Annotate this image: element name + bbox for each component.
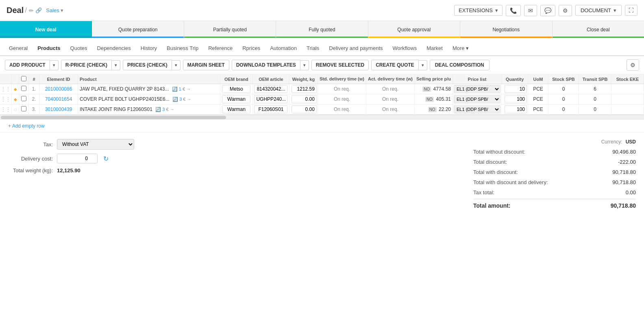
row-check-2[interactable] [19,94,29,104]
row-checkbox-1[interactable] [21,86,26,91]
drag-handle[interactable]: ⋮⋮ [0,84,12,94]
tab-more[interactable]: More ▾ [448,41,474,56]
tab-delivery-payments[interactable]: Delivery and payments [324,41,387,56]
quantity-input-1[interactable] [505,85,527,93]
tab-market[interactable]: Market [422,41,448,56]
oem-brand-input-2[interactable] [222,95,250,103]
row-check-3[interactable] [19,104,29,115]
download-templates-btn-group: DOWNLOAD TEMPLATES ▾ [232,60,309,70]
quantity-input-2[interactable] [505,95,527,103]
row-weight-1[interactable] [289,84,318,94]
mail-btn[interactable]: ✉ [524,5,537,16]
document-btn[interactable]: DOCUMENT ▾ [575,5,622,16]
delivery-cost-input[interactable] [57,154,98,163]
weight-input-1[interactable] [292,85,317,93]
row-oem-article-2[interactable] [252,94,289,104]
row-price-list-2[interactable]: EL1 (DDP SPB/ [453,94,502,104]
row-weight-2[interactable] [289,94,318,104]
create-quote-arrow[interactable]: ▾ [419,60,427,70]
download-templates-button[interactable]: DOWNLOAD TEMPLATES [232,60,300,70]
price-list-select-2[interactable]: EL1 (DDP SPB/ [454,95,500,103]
th-quantity: Quantity [502,74,528,84]
remove-selected-button[interactable]: REMOVE SELECTED [311,60,369,70]
row-weight-3[interactable] [289,104,318,115]
edit-icon[interactable]: ✏ [29,7,34,14]
row-check-1[interactable] [19,84,29,94]
tab-general[interactable]: General [4,41,33,56]
pipeline-step-partially[interactable]: Partially quoted [184,21,276,38]
row-oem-brand-2[interactable] [220,94,252,104]
pipeline-step-approval[interactable]: Quote approval [368,21,460,38]
oem-article-input-2[interactable] [254,95,287,103]
weight-input-3[interactable] [292,105,317,113]
tab-trials[interactable]: Trials [302,41,324,56]
phone-btn[interactable]: 📞 [506,5,521,16]
oem-article-input-3[interactable] [254,105,287,113]
product-icons-2[interactable]: 🔄 3 € → [172,97,191,102]
tab-business-trip[interactable]: Business Trip [162,41,203,56]
row-quantity-1[interactable] [502,84,528,94]
fullscreen-btn[interactable]: ⛶ [625,5,637,16]
th-check[interactable] [19,74,29,84]
row-checkbox-2[interactable] [21,96,26,101]
oem-article-input-1[interactable] [254,85,287,93]
row-quantity-3[interactable] [502,104,528,115]
r-price-button[interactable]: R-PRICE (CHECK) [61,60,112,70]
pipeline-step-close[interactable]: Close deal [553,21,644,38]
quantity-input-3[interactable] [505,105,527,113]
pipeline-step-fully[interactable]: Fully quoted [276,21,368,38]
prices-arrow[interactable]: ▾ [172,60,181,70]
prices-button[interactable]: PRICES (CHECK) [123,60,172,70]
settings-btn[interactable]: ⚙ [559,5,572,16]
extensions-btn[interactable]: EXTENSIONS ▾ [454,5,503,16]
refresh-delivery-btn[interactable]: ↻ [102,155,110,163]
pipeline-step-quote-prep[interactable]: Quote preparation [92,21,184,38]
row-oem-brand-3[interactable] [220,104,252,115]
row-price-list-3[interactable]: EL1 (DDP SPB/ [453,104,502,115]
pipeline-step-new-deal[interactable]: New deal [0,21,92,38]
toolbar: ADD PRODUCT ▾ R-PRICE (CHECK) ▾ PRICES (… [0,56,644,74]
pipeline-step-negotiations[interactable]: Negotiations [460,21,552,38]
toolbar-gear-button[interactable]: ⚙ [627,59,639,71]
row-element-id-3: 3010000439 [39,104,78,115]
chat-btn[interactable]: 💬 [540,5,555,16]
add-product-arrow[interactable]: ▾ [50,60,59,70]
row-oem-article-3[interactable] [252,104,289,115]
deal-composition-button[interactable]: DEAL COMPOSITION [430,60,490,70]
tab-quotes[interactable]: Quotes [65,41,92,56]
weight-input-2[interactable] [292,95,317,103]
tab-rprices[interactable]: Rprices [237,41,265,56]
price-list-select-1[interactable]: EL1 (DDP SPB/ [454,85,500,93]
download-templates-arrow[interactable]: ▾ [300,60,309,70]
row-oem-brand-1[interactable] [220,84,252,94]
select-all-checkbox[interactable] [21,76,26,81]
tab-reference[interactable]: Reference [203,41,237,56]
tab-dependencies[interactable]: Dependencies [92,41,136,56]
create-quote-button[interactable]: CREATE QUOTE [371,60,418,70]
add-product-button[interactable]: ADD PRODUCT [5,60,50,70]
tab-products[interactable]: Products [33,41,65,56]
row-price-list-1[interactable]: EL1 (DDP SPB/ [453,84,502,94]
breadcrumb[interactable]: Sales ▾ [46,7,63,13]
price-list-select-3[interactable]: EL1 (DDP SPB/ [454,105,500,113]
product-icons-1[interactable]: 🔄 1 € → [172,87,191,91]
oem-brand-input-1[interactable] [222,85,250,93]
drag-handle[interactable]: ⋮⋮ [0,104,12,115]
row-oem-article-1[interactable] [252,84,289,94]
table-scrollbar[interactable] [0,115,644,119]
summary-label: Total with discount and delivery: [473,179,548,185]
product-icons-3[interactable]: 🔄 3 € → [155,107,174,112]
drag-handle[interactable]: ⋮⋮ [0,94,12,104]
margin-sheet-button[interactable]: MARGIN SHEET [183,60,229,70]
tax-select[interactable]: Without VAT With VAT [57,139,134,150]
row-quantity-2[interactable] [502,94,528,104]
tab-workflows[interactable]: Workflows [388,41,422,56]
r-price-arrow[interactable]: ▾ [112,60,120,70]
tab-automation[interactable]: Automation [265,41,302,56]
row-checkbox-3[interactable] [21,106,26,111]
oem-brand-input-3[interactable] [222,105,250,113]
tab-history[interactable]: History [136,41,162,56]
add-empty-row-btn[interactable]: + Add empty row [8,123,45,129]
link-icon[interactable]: 🔗 [35,7,42,13]
summary-label: Total with discount: [473,169,518,175]
